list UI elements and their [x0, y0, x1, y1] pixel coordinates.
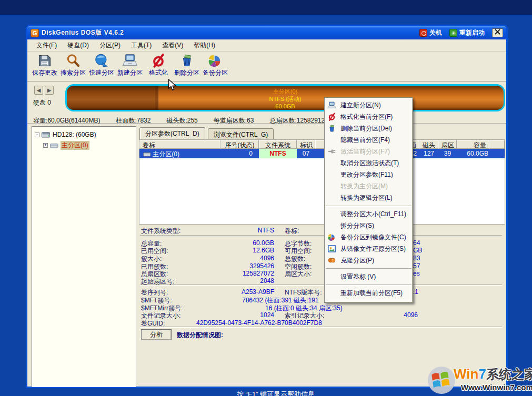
analyze-button[interactable]: 分析	[141, 329, 172, 340]
toolbar-label: 保存更改	[32, 68, 57, 77]
menu-item-hide-partition[interactable]: 隐藏当前分区(F4)	[325, 134, 413, 146]
desktop-background-band	[0, 0, 532, 15]
disk-total-sectors: 总扇区数:125829120	[269, 116, 328, 125]
partition-context-menu: 建立新分区(N) 格式化当前分区(F) 删除当前分区(Del) 隐藏当前分区(F…	[324, 97, 413, 303]
field-value: A253-A9BF	[202, 288, 274, 296]
partition-bar-fs: NTFS (活动)	[67, 96, 504, 103]
data-allocation-label: 数据分配情况图:	[177, 331, 223, 340]
restore-image-icon	[327, 245, 336, 253]
search-icon	[65, 53, 81, 68]
col-head[interactable]: 磁头	[419, 140, 438, 149]
delete-partition-icon	[327, 124, 336, 133]
field-value: 3295426	[202, 262, 274, 270]
tree-item-disk[interactable]: − HD128: (60GB)	[35, 131, 96, 138]
field-value-partial: es	[413, 270, 420, 277]
menu-bar: 文件(F) 硬盘(D) 分区(P) 工具(T) 查看(V) 帮助(H)	[27, 39, 506, 52]
menu-item-set-volume-label[interactable]: 设置卷标 (V)	[325, 271, 413, 282]
prev-disk-button[interactable]: ◀	[34, 86, 43, 95]
disk-capacity: 容量:60.0GB(61440MB)	[33, 116, 100, 125]
menu-item-change-params[interactable]: 更改分区参数(F11)	[325, 169, 413, 180]
row-head: 127	[419, 149, 438, 158]
col-volume-label[interactable]: 卷标	[139, 140, 220, 149]
field-value: 4096	[202, 255, 274, 262]
disk-bar-panel: ◀ ▶ 硬盘 0 主分区(0) NTFS (活动) 60.0GB 容量:60.0…	[27, 82, 506, 124]
next-disk-button[interactable]: ▶	[45, 86, 54, 95]
toolbar-label: 快速分区	[89, 68, 114, 77]
watermark: Win7系统之家 Www.Winwin7.com	[426, 363, 532, 396]
table-row[interactable]: 主分区(0) 0 NTFS 07 32 127 39 60.0GB	[139, 149, 505, 158]
menu-item-format-partition[interactable]: 格式化当前分区(F)	[325, 111, 413, 123]
partition-icon	[50, 143, 58, 148]
watermark-url: Www.Winwin7.com	[461, 383, 532, 392]
new-partition-icon	[327, 101, 336, 109]
field-value: NTFS	[202, 227, 274, 234]
tree-item-partition[interactable]: + 主分区(0)	[43, 141, 89, 150]
menu-item-resize-partition[interactable]: 调整分区大小(Ctrl_F11)	[325, 208, 413, 220]
app-icon: G	[31, 29, 39, 37]
col-index-status[interactable]: 序号(状态)	[220, 140, 259, 149]
tab-browse-files[interactable]: 浏览文件(CTRL_G)	[208, 128, 274, 139]
col-filesystem[interactable]: 文件系统	[259, 140, 297, 149]
menu-item-split-partition[interactable]: 拆分分区(S)	[325, 220, 413, 231]
watermark-brand: Win7系统之家	[454, 366, 532, 383]
shutdown-label: 关机	[429, 28, 442, 37]
field-value-partial: 64	[413, 239, 420, 247]
col-capacity[interactable]: 容量	[457, 140, 489, 149]
format-button[interactable]: 格式化	[144, 53, 173, 80]
delete-partition-button[interactable]: 删除分区	[173, 53, 201, 80]
close-button[interactable]	[492, 28, 503, 37]
tab-partition-params[interactable]: 分区参数(CTRL_D)	[139, 127, 205, 139]
window-title: DiskGenius DOS版 V4.6.2	[42, 28, 124, 37]
menu-tools[interactable]: 工具(T)	[126, 39, 156, 52]
menu-item-cancel-activation[interactable]: 取消分区激活状态(T)	[325, 157, 413, 169]
divider	[140, 327, 502, 328]
partition-bar[interactable]: 主分区(0) NTFS (活动) 60.0GB	[65, 84, 505, 111]
menu-item-clone-partition[interactable]: 克隆分区(P)	[325, 255, 413, 266]
expand-icon[interactable]: +	[43, 143, 48, 148]
menu-file[interactable]: 文件(F)	[32, 39, 62, 52]
field-value-partial: 83	[413, 255, 420, 262]
menu-view[interactable]: 查看(V)	[157, 39, 188, 52]
row-sector: 39	[438, 149, 457, 158]
quick-partition-button[interactable]: 快速分区	[87, 53, 116, 80]
col-id[interactable]: 标识	[297, 140, 315, 149]
tree-disk-label: HD128: (60GB)	[53, 131, 96, 138]
menu-help[interactable]: 帮助(H)	[189, 39, 220, 52]
menu-separator	[325, 204, 413, 208]
menu-separator	[325, 266, 413, 271]
menu-item-delete-partition[interactable]: 删除当前分区(Del)	[325, 123, 413, 134]
row-capacity: 60.0GB	[457, 149, 489, 158]
save-changes-button[interactable]: 保存更改	[31, 53, 59, 80]
disk-cylinders: 柱面数:7832	[116, 116, 150, 125]
disk-sectors-per-track: 每道扇区数:63	[214, 116, 254, 125]
row-index: 0	[220, 149, 255, 158]
menu-partition[interactable]: 分区(P)	[95, 39, 125, 52]
backup-partition-button[interactable]: 备份分区	[201, 53, 229, 80]
shutdown-button[interactable]: 关机	[419, 28, 442, 37]
field-value: 12.6GB	[202, 247, 274, 254]
close-icon	[495, 29, 500, 35]
collapse-icon[interactable]: −	[35, 133, 39, 137]
field-value: 42D95254-0473-4F14-A762-B70B4002F7D8	[196, 319, 322, 327]
field-value: 1024	[202, 311, 274, 319]
menu-item-backup-to-image[interactable]: 备份分区到镜像文件(C)	[325, 231, 413, 243]
menu-item-restore-from-image[interactable]: 从镜像文件还原分区(S)	[325, 243, 413, 255]
menu-item-new-partition[interactable]: 建立新分区(N)	[325, 99, 413, 111]
search-partition-button[interactable]: 搜索分区	[59, 53, 87, 80]
field-value: 4096	[392, 311, 418, 319]
field-value: 2048	[202, 277, 274, 285]
format-icon	[150, 53, 166, 68]
restart-button[interactable]: ✳ 重新启动	[449, 28, 485, 37]
table-header: 卷标 序号(状态) 文件系统 标识 面 磁头 扇区 容量	[139, 140, 505, 149]
partition-bar-size: 60.0GB	[67, 103, 504, 110]
menu-disk[interactable]: 硬盘(D)	[63, 39, 94, 52]
clone-icon	[327, 256, 336, 265]
field-label: 文件系统类型:	[141, 227, 180, 236]
menu-item-reload-partition[interactable]: 重新加载当前分区(F5)	[325, 287, 413, 299]
menu-item-convert-logical[interactable]: 转换为逻辑分区(L)	[325, 192, 413, 204]
new-partition-button[interactable]: 新建分区	[116, 53, 144, 80]
help-hint-text: 按 “F1” 键可显示帮助信息	[237, 390, 315, 396]
backup-partition-icon	[327, 233, 336, 241]
partition-icon	[143, 151, 151, 157]
col-sector[interactable]: 扇区	[438, 140, 457, 149]
